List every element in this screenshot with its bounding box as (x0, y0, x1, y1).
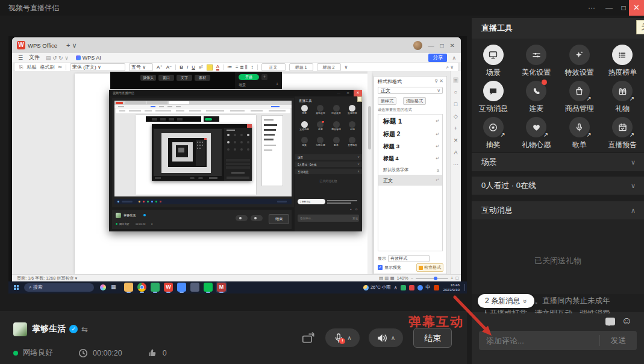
tool-effects-sparkle[interactable]: 特效设置 (558, 45, 601, 81)
weather-widget[interactable]: 26°C 小雨 (363, 284, 391, 290)
tool-lottery[interactable]: ↗抽奖 (472, 117, 515, 153)
style-gallery-more-icon[interactable]: ∨ (345, 64, 348, 70)
highlight-color-icon[interactable] (207, 64, 213, 71)
style-show-select[interactable]: 有效样式 (388, 255, 430, 262)
task-view-icon[interactable]: ▦ (111, 284, 116, 290)
start-button-icon[interactable] (14, 285, 19, 290)
zoom-in-icon[interactable]: + (451, 275, 453, 281)
taskbar-search[interactable]: ⌕ 搜索 (24, 283, 94, 292)
green-app-icon[interactable] (151, 283, 160, 292)
font-grow-icon[interactable]: A⁺ (157, 64, 163, 70)
switch-account-icon[interactable]: ⇆ (81, 325, 88, 334)
source-button[interactable]: 窗口 (158, 75, 174, 81)
ime-indicator[interactable]: 中 (426, 284, 431, 291)
current-style-select[interactable]: 正文∨ (378, 87, 443, 94)
style-item[interactable]: 标题 4↵ (378, 152, 442, 165)
find-replace-icon[interactable]: ⌕ ∨ (446, 64, 454, 71)
strip-icon[interactable]: ✕ (454, 137, 458, 143)
style-gallery-item[interactable]: 正文 (261, 63, 286, 71)
wps-hamburger-icon[interactable]: ☰ (18, 55, 23, 61)
wps-minimize-icon[interactable]: — (428, 42, 434, 49)
source-button[interactable]: 文字 (177, 75, 192, 81)
paste-icon[interactable]: ⎘ (19, 64, 23, 71)
tool-gift-wish-heart[interactable]: ↗礼物心愿 (515, 117, 558, 153)
tool-gift[interactable]: ↗礼物 (601, 81, 644, 117)
wps-quick-icons[interactable]: ▤ ↺ ↻ ∨ (46, 55, 69, 61)
add-scene-icon[interactable]: + (261, 74, 267, 80)
strip-icon[interactable]: ◇ (454, 113, 458, 119)
dark-app-icon[interactable] (190, 283, 199, 292)
wechat-icon[interactable] (204, 283, 213, 292)
cut-icon[interactable]: ✂ (58, 64, 62, 70)
mic-button[interactable]: ! ∧ (325, 328, 360, 347)
tool-scene-monitor[interactable]: 场景 (472, 45, 515, 81)
view-mode-icons[interactable]: ▤ ▥ ▦ (379, 275, 394, 281)
font-color-icon[interactable]: A (216, 64, 219, 71)
style-item[interactable]: 标题 2↵ (378, 128, 442, 140)
speaker-button[interactable]: ∧ (369, 328, 403, 347)
emoji-icon[interactable]: ☺ (622, 315, 632, 327)
style-item-selected[interactable]: 正文↵ (378, 175, 442, 186)
font-shrink-icon[interactable]: A⁻ (166, 64, 172, 70)
font-name-select[interactable]: 宋体 (正文) ∨ (70, 63, 125, 71)
wps-ai-entry[interactable]: WPS AI (76, 55, 101, 61)
font-size-select[interactable]: 五号 ∨ (129, 63, 153, 71)
paste-label[interactable]: 粘贴 (27, 64, 36, 71)
fullscreen-icon[interactable]: □ (455, 275, 458, 281)
underline-icon[interactable]: U (192, 64, 195, 70)
strip-icon[interactable]: ○ (454, 89, 457, 95)
wps-collapse-ribbon-icon[interactable]: ∧ (452, 55, 456, 61)
tray-icon-green[interactable] (401, 285, 406, 290)
maximize-button[interactable]: □ (617, 0, 630, 16)
m-app-icon[interactable]: M (217, 283, 226, 292)
speaker-options-chevron[interactable]: ∧ (391, 334, 395, 341)
tray-expand-icon[interactable]: ∧ (394, 285, 398, 290)
source-button[interactable]: 摄像头 (140, 75, 156, 81)
strip-edit-icon[interactable]: ≡ (453, 77, 458, 83)
bold-icon[interactable]: B (180, 64, 183, 70)
chrome-icon[interactable] (137, 283, 146, 292)
style-item[interactable]: 标题 3↵ (378, 140, 442, 152)
tool-song-mic[interactable]: ↗歌单 (558, 117, 601, 153)
strip-icon[interactable]: A (454, 149, 457, 155)
send-button[interactable]: 发送 (600, 331, 637, 350)
strip-icon[interactable]: □ (454, 101, 457, 107)
tool-live-preview-calendar[interactable]: ↗直播预告 (601, 117, 644, 153)
zoom-slider[interactable] (416, 278, 448, 279)
tool-beauty-sliders[interactable]: 美化设置 (515, 45, 558, 81)
clear-format-button[interactable]: 清除格式 (403, 97, 426, 105)
source-button[interactable]: 素材 (195, 75, 210, 81)
section-viewers[interactable]: 0人看过 · 0在线∨ (472, 177, 644, 195)
quark-icon[interactable] (177, 283, 186, 292)
wps-share-button[interactable]: 分享 (428, 54, 447, 62)
wps-close-icon[interactable]: ✕ (450, 42, 455, 49)
style-panel-close-icon[interactable]: ⚲ ✕ (434, 78, 443, 84)
wps-restore-icon[interactable]: □ (440, 42, 444, 49)
danmaku-toggle-icon[interactable] (605, 318, 615, 325)
zoom-out-icon[interactable]: − (411, 275, 413, 281)
document-scrollbar[interactable] (367, 71, 372, 274)
wps-file-menu[interactable]: 文件 (29, 54, 40, 61)
style-preview-checkbox[interactable]: ✓显示预览 (378, 265, 401, 271)
wps-account-avatar[interactable] (413, 41, 422, 50)
superscript-icon[interactable]: x² (199, 64, 203, 70)
live-preview-screen[interactable]: W WPS Office + ∨ — □ ✕ ☰ 文件 ▤ ↺ ↻ ∨ WPS … (8, 36, 467, 293)
tool-mic-link-phone[interactable]: 连麦 (515, 81, 558, 117)
bullet-list-icon[interactable]: ≔ (227, 64, 232, 70)
section-interaction[interactable]: 互动消息∧ (472, 201, 644, 219)
zoom-value[interactable]: 140% (397, 275, 408, 281)
minimize-button[interactable]: — (601, 0, 617, 16)
strip-icon[interactable]: + (454, 125, 457, 131)
check-format-button[interactable]: 检查格式 (416, 263, 443, 272)
more-menu-button[interactable]: ··· (583, 0, 600, 16)
tool-heat-ranking[interactable]: 热度榜单 (601, 45, 644, 81)
style-item[interactable]: 默认段落字体a (378, 165, 442, 175)
section-scene[interactable]: 场景∨ (472, 153, 644, 171)
strip-icon[interactable]: ⋯ (453, 162, 458, 168)
mic-options-chevron[interactable]: ∧ (347, 334, 351, 341)
style-gallery-item[interactable]: 标题 1 (289, 63, 313, 71)
new-style-button[interactable]: 新样式 (378, 97, 396, 105)
file-explorer-icon[interactable] (124, 283, 133, 292)
screen-flip-icon[interactable] (301, 332, 316, 345)
tray-icon-red[interactable] (409, 285, 414, 290)
